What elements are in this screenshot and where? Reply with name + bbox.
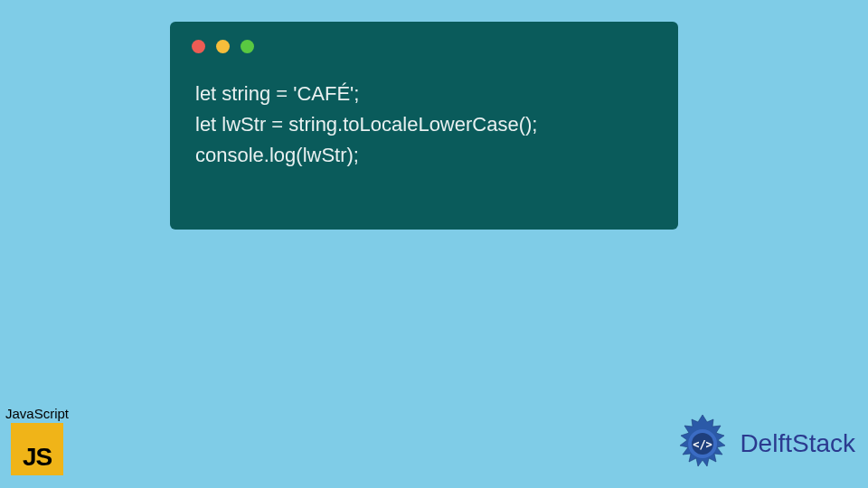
javascript-label: JavaScript [5,406,69,421]
code-line-2: let lwStr = string.toLocaleLowerCase(); [195,109,653,140]
code-line-3: console.log(lwStr); [195,140,653,171]
window-controls [192,40,653,53]
delftstack-badge: </> DelftStack [671,412,855,475]
svg-text:</>: </> [693,438,713,451]
code-line-1: let string = 'CAFÉ'; [195,79,653,109]
javascript-badge: JavaScript [5,406,69,475]
close-icon [192,40,205,53]
code-window: let string = 'CAFÉ'; let lwStr = string.… [170,22,678,230]
javascript-logo-icon [11,423,63,475]
minimize-icon [216,40,230,53]
maximize-icon [241,40,254,53]
delftstack-label: DelftStack [740,429,855,458]
delftstack-logo-icon: </> [671,412,734,475]
